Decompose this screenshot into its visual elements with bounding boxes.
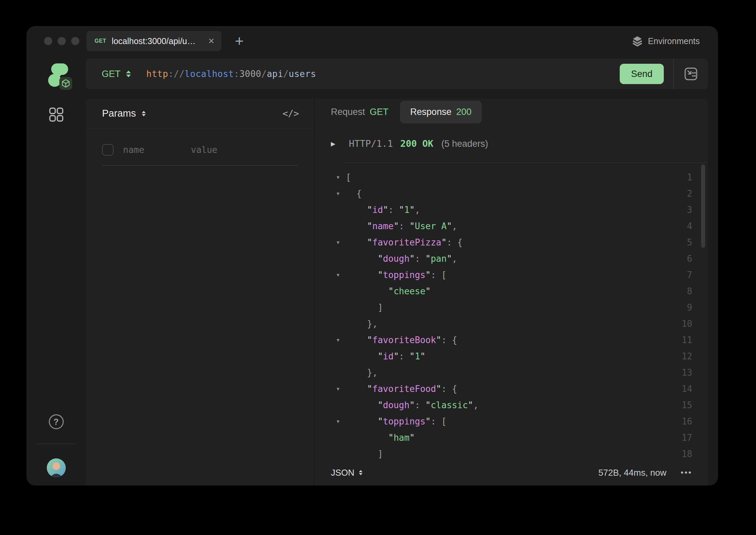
format-select-arrows-icon[interactable] — [359, 470, 363, 475]
code-line: "cheese"8 — [315, 283, 708, 299]
url-segment-punct: / — [261, 69, 267, 79]
token-q: " — [446, 221, 452, 231]
url-segment-protocol: http — [146, 69, 168, 79]
response-tabs: Request GET Response 200 — [315, 99, 708, 125]
url-input[interactable]: http://localhost:3000/api/users — [146, 69, 316, 79]
token-q: " — [367, 221, 373, 231]
status-line[interactable]: ▶ HTTP/1.1 200 OK (5 headers) — [315, 125, 708, 162]
code-text: "toppings": [ — [346, 270, 446, 280]
token-s: 1 — [404, 205, 410, 215]
params-select-arrows-icon[interactable] — [142, 111, 145, 116]
line-number: 8 — [687, 286, 708, 296]
token-q: " — [446, 254, 452, 264]
close-window-button[interactable] — [44, 37, 52, 45]
token-p: , — [452, 254, 457, 264]
token-q: " — [378, 351, 383, 361]
token-q: " — [378, 416, 383, 427]
request-tab[interactable]: GET localhost:3000/api/u… ✕ — [86, 31, 221, 51]
plugin-badge[interactable] — [59, 77, 72, 90]
cube-icon — [61, 79, 70, 88]
fold-arrow-icon[interactable]: ▼ — [336, 386, 340, 392]
token-q: " — [388, 286, 394, 296]
minimize-window-button[interactable] — [58, 37, 66, 45]
code-text: { — [346, 189, 362, 199]
content-panels: Params </> — [86, 99, 708, 486]
fold-gutter: ▼ — [315, 337, 346, 343]
response-scrollbar[interactable] — [701, 164, 705, 248]
token-q: " — [399, 205, 404, 215]
param-name-input[interactable] — [123, 145, 191, 155]
request-url-bar: GET http://localhost:3000/api/users Send — [86, 59, 708, 89]
code-view-icon[interactable]: </> — [282, 108, 299, 119]
token-q: " — [425, 254, 431, 264]
tab-method-badge: GET — [95, 38, 106, 44]
response-meta: 572B, 44ms, now — [598, 468, 667, 478]
window-body: ? — [26, 55, 718, 486]
fold-arrow-icon[interactable]: ▼ — [336, 419, 340, 424]
status-protocol: HTTP/1.1 — [349, 138, 393, 149]
close-tab-icon[interactable]: ✕ — [208, 37, 215, 46]
token-p: }, — [367, 368, 378, 378]
token-p: { — [356, 189, 362, 199]
fold-arrow-icon[interactable]: ▼ — [336, 337, 340, 343]
tab-response[interactable]: Response 200 — [400, 101, 482, 123]
fold-arrow-icon[interactable]: ▼ — [336, 191, 340, 196]
code-text: "favoriteFood": { — [346, 384, 457, 394]
response-format-select[interactable]: JSON — [331, 468, 354, 478]
code-text: "dough": "classic", — [346, 400, 478, 410]
zoom-window-button[interactable] — [71, 37, 79, 45]
code-text: "dough": "pan", — [346, 254, 457, 264]
layout-toggle-button[interactable] — [674, 67, 708, 81]
token-s: ham — [394, 433, 410, 443]
code-line: ]9 — [315, 299, 708, 316]
code-line: },13 — [315, 364, 708, 381]
line-number: 15 — [682, 400, 708, 410]
token-q: " — [425, 286, 431, 296]
params-title[interactable]: Params — [102, 108, 136, 119]
response-body-editor[interactable]: ▼[1▼{2"id": "1",3"name": "User A",4▼"fav… — [315, 163, 708, 460]
help-button[interactable]: ? — [49, 414, 64, 429]
token-q: " — [394, 221, 399, 231]
code-text: ] — [346, 449, 383, 459]
line-number: 7 — [687, 270, 708, 280]
code-text: [ — [346, 172, 351, 182]
url-segment-punct: / — [283, 69, 289, 79]
param-enabled-checkbox[interactable] — [102, 144, 114, 156]
environments-button[interactable]: Environments — [632, 35, 700, 47]
fold-arrow-icon[interactable]: ▼ — [336, 240, 340, 245]
line-number: 18 — [682, 449, 708, 459]
user-avatar[interactable] — [47, 458, 66, 477]
fold-arrow-icon[interactable]: ▼ — [336, 272, 340, 278]
status-headers-note: (5 headers) — [441, 139, 488, 149]
token-q: " — [441, 237, 447, 247]
sidebar: ? — [26, 55, 86, 486]
url-segment-punct: :// — [168, 69, 184, 79]
workspace-grid-icon[interactable] — [48, 107, 64, 122]
method-select-arrows-icon[interactable] — [126, 71, 131, 77]
code-line: ▼"favoriteFood": {14 — [315, 381, 708, 397]
response-footer: JSON 572B, 44ms, now ••• — [315, 460, 708, 486]
token-k: id — [383, 351, 394, 361]
response-pane: Request GET Response 200 ▶ HTTP/1.1 — [315, 99, 708, 486]
line-number: 13 — [682, 368, 708, 378]
status-code: 200 OK — [400, 138, 434, 149]
token-q: " — [410, 254, 415, 264]
send-button[interactable]: Send — [620, 64, 664, 84]
tab-request[interactable]: Request GET — [331, 107, 389, 117]
token-p: : [ — [431, 416, 446, 427]
code-text: ] — [346, 302, 383, 313]
param-value-input[interactable] — [191, 145, 305, 155]
new-tab-button[interactable]: + — [235, 34, 244, 48]
method-select-value[interactable]: GET — [102, 69, 121, 79]
response-more-menu[interactable]: ••• — [681, 468, 692, 477]
status-text: HTTP/1.1 200 OK (5 headers) — [349, 138, 488, 149]
expand-headers-icon[interactable]: ▶ — [331, 140, 335, 147]
token-k: dough — [383, 254, 410, 264]
token-q: " — [420, 351, 425, 361]
token-s: User A — [415, 221, 447, 231]
token-p: [ — [346, 172, 351, 182]
fold-arrow-icon[interactable]: ▼ — [336, 175, 340, 180]
code-line: "id": "1"12 — [315, 348, 708, 364]
fold-gutter: ▼ — [315, 272, 346, 278]
environments-label: Environments — [648, 36, 700, 46]
